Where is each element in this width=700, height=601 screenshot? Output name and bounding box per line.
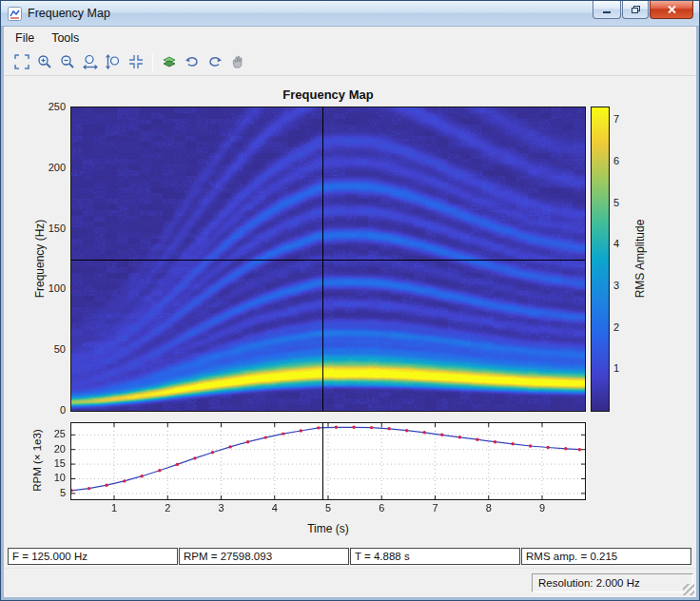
titlebar[interactable]: Frequency Map: [1, 1, 699, 27]
rpm-axes[interactable]: [70, 422, 586, 500]
tick-label: 1: [613, 362, 632, 374]
readout-rms: RMS amp. = 0.215: [521, 548, 691, 565]
resize-grip-icon[interactable]: [683, 584, 694, 595]
redo-view-button[interactable]: [204, 51, 226, 73]
crosshair-horizontal-spectrogram[interactable]: [71, 260, 585, 261]
tick-label: 15: [43, 457, 66, 469]
undo-view-button[interactable]: [181, 51, 204, 73]
zoom-out-icon: [60, 54, 75, 69]
tick-label: 9: [531, 502, 554, 514]
close-icon: [667, 5, 677, 14]
rpm-axis-label: RPM (× 1e3): [31, 417, 43, 503]
zoom-in-x-button[interactable]: [79, 51, 102, 73]
tick-label: 6: [370, 502, 393, 514]
tick-label: 2: [156, 502, 179, 514]
colorbar-canvas: [592, 107, 609, 411]
frequency-map-window: Frequency Map File Tools: [0, 0, 700, 601]
restore-button[interactable]: [622, 1, 649, 19]
close-button[interactable]: [650, 1, 693, 19]
pan-button[interactable]: [226, 51, 249, 73]
toolbar: [4, 48, 696, 76]
tick-label: 50: [37, 343, 66, 355]
tick-label: 8: [477, 502, 500, 514]
colormap-icon: [162, 54, 177, 69]
minimize-button[interactable]: [593, 1, 621, 19]
reset-view-icon: [128, 54, 144, 69]
pan-icon: [230, 54, 245, 69]
tick-label: 5: [317, 502, 340, 514]
tick-label: 6: [613, 155, 632, 166]
frequency-axis-label: Frequency (Hz): [33, 107, 47, 411]
tick-label: 3: [613, 280, 632, 291]
restore-icon: [631, 5, 641, 14]
tick-label: 0: [37, 404, 66, 416]
fit-view-button[interactable]: [10, 51, 33, 73]
redo-view-icon: [207, 54, 223, 69]
colorbar-label: RMS Amplitude: [633, 206, 647, 311]
zoom-in-y-icon: [106, 54, 121, 69]
tick-label: 4: [613, 238, 632, 249]
figure-area: Frequency Map Frequency (Hz) RMS Amplitu…: [4, 76, 696, 568]
rpm-plot-svg[interactable]: [71, 423, 585, 499]
tick-label: 7: [424, 502, 447, 514]
minimize-icon: [602, 6, 612, 14]
figure-window-icon: [8, 7, 22, 21]
tick-label: 4: [263, 502, 286, 514]
readout-time: T = 4.888 s: [350, 548, 520, 565]
zoom-in-icon: [37, 54, 52, 69]
colorbar[interactable]: [591, 107, 610, 412]
window-title: Frequency Map: [28, 7, 110, 20]
tick-label: 250: [37, 101, 66, 112]
undo-view-icon: [185, 54, 200, 69]
tick-label: 7: [613, 113, 632, 125]
time-axis-label: Time (s): [71, 522, 585, 535]
tick-label: 25: [43, 428, 66, 439]
tick-label: 10: [43, 472, 66, 483]
crosshair-vertical-rpm[interactable]: [322, 423, 323, 499]
readout-rpm: RPM = 27598.093: [179, 548, 349, 565]
readout-frequency: F = 125.000 Hz: [8, 548, 178, 565]
colormap-button[interactable]: [158, 51, 181, 73]
menubar: File Tools: [4, 27, 696, 48]
tick-label: 150: [37, 223, 66, 234]
reset-view-button[interactable]: [125, 51, 147, 73]
tick-label: 3: [210, 502, 233, 514]
tick-label: 1: [103, 502, 126, 514]
tick-label: 100: [37, 282, 66, 294]
fit-view-icon: [14, 54, 29, 69]
menu-tools[interactable]: Tools: [43, 29, 88, 48]
resolution-status: Resolution: 2.000 Hz: [532, 573, 693, 592]
tick-label: 2: [613, 321, 632, 333]
zoom-in-button[interactable]: [33, 51, 56, 73]
chart-title: Frequency Map: [71, 87, 585, 102]
tick-label: 5: [613, 197, 632, 208]
statusbar: Resolution: 2.000 Hz: [4, 568, 696, 597]
zoom-in-y-button[interactable]: [102, 51, 125, 73]
tick-label: 5: [43, 487, 66, 498]
tick-label: 200: [37, 162, 66, 173]
toolbar-separator: [152, 53, 153, 71]
tick-label: 20: [43, 443, 66, 455]
zoom-out-button[interactable]: [56, 51, 79, 73]
zoom-in-x-icon: [83, 54, 98, 69]
menu-file[interactable]: File: [7, 29, 43, 48]
